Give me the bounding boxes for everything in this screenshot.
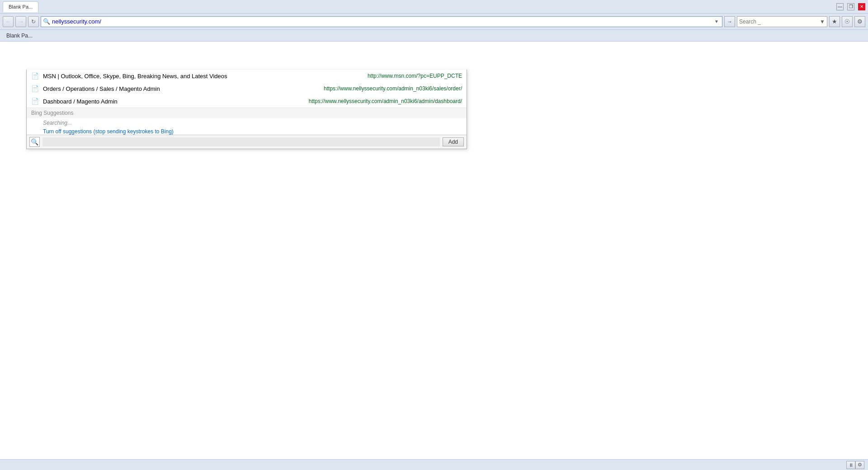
search-bar: ▼: [737, 16, 827, 27]
search-button[interactable]: ▼: [820, 19, 825, 25]
refresh-button[interactable]: ↻: [28, 16, 39, 27]
status-bar: ⏸ ⚙: [0, 459, 868, 470]
close-button[interactable]: ✕: [858, 3, 865, 10]
autocomplete-item-left-1: 📄 MSN | Outlook, Office, Skype, Bing, Br…: [31, 72, 368, 80]
favorites-bar: Blank Pa...: [0, 30, 868, 42]
browser-tab[interactable]: Blank Pa...: [3, 1, 38, 12]
navigation-bar: ← → ↻ 🔍 ▼ → ▼ ★ ☉ ⚙: [0, 14, 868, 30]
bing-suggestions-header: Bing Suggestions: [27, 108, 467, 118]
autocomplete-history-item-3[interactable]: 📄 Dashboard / Magento Admin https://www.…: [27, 95, 467, 108]
autocomplete-item-title-2: Orders / Operations / Sales / Magento Ad…: [43, 85, 160, 92]
autocomplete-search-icon: 🔍: [29, 137, 40, 147]
autocomplete-search-input[interactable]: [42, 137, 440, 146]
autocomplete-history-item-1[interactable]: 📄 MSN | Outlook, Office, Skype, Bing, Br…: [27, 70, 467, 82]
autocomplete-history-item-2[interactable]: 📄 Orders / Operations / Sales / Magento …: [27, 82, 467, 95]
history-icon-2: 📄: [31, 85, 39, 92]
window-controls: — ❐ ✕: [836, 3, 865, 10]
address-dropdown-button[interactable]: ▼: [713, 17, 720, 27]
autocomplete-add-button[interactable]: Add: [443, 137, 464, 146]
autocomplete-item-title-1: MSN | Outlook, Office, Skype, Bing, Brea…: [43, 73, 227, 80]
autocomplete-item-left-3: 📄 Dashboard / Magento Admin: [31, 98, 309, 105]
search-input[interactable]: [739, 19, 820, 25]
favorites-star-button[interactable]: ★: [829, 16, 840, 27]
history-icon-3: 📄: [31, 98, 39, 105]
favorites-add-button[interactable]: ☉: [842, 16, 853, 27]
autocomplete-search-box: 🔍 Add: [27, 135, 467, 149]
restore-button[interactable]: ❐: [847, 3, 854, 10]
settings-button[interactable]: ⚙: [855, 461, 864, 469]
go-button[interactable]: →: [724, 16, 735, 27]
forward-button[interactable]: →: [15, 16, 26, 27]
minimize-button[interactable]: —: [836, 3, 844, 10]
tab-label: Blank Pa...: [9, 4, 33, 9]
autocomplete-item-url-2: https://www.nellyssecurity.com/admin_n03…: [324, 85, 462, 92]
pause-button[interactable]: ⏸: [846, 461, 855, 469]
main-content: 📄 MSN | Outlook, Office, Skype, Bing, Br…: [0, 42, 868, 459]
autocomplete-item-title-3: Dashboard / Magento Admin: [43, 98, 118, 105]
address-input[interactable]: [52, 18, 711, 25]
tools-button[interactable]: ⚙: [854, 16, 865, 27]
address-icon: 🔍: [43, 18, 50, 25]
turn-off-suggestions-link[interactable]: Turn off suggestions (stop sending keyst…: [27, 127, 178, 136]
title-bar: Blank Pa... — ❐ ✕: [0, 0, 868, 14]
favorites-item[interactable]: Blank Pa...: [4, 32, 35, 40]
history-icon-1: 📄: [31, 72, 39, 80]
address-bar: 🔍 ▼: [41, 16, 722, 27]
autocomplete-item-url-1: http://www.msn.com/?pc=EUPP_DCTE: [368, 73, 462, 79]
title-bar-left: Blank Pa...: [3, 1, 38, 12]
autocomplete-item-left-2: 📄 Orders / Operations / Sales / Magento …: [31, 85, 324, 92]
autocomplete-dropdown: 📄 MSN | Outlook, Office, Skype, Bing, Br…: [26, 70, 467, 149]
back-button[interactable]: ←: [3, 16, 14, 27]
autocomplete-item-url-3: https://www.nellyssecurity.com/admin_n03…: [309, 98, 462, 104]
